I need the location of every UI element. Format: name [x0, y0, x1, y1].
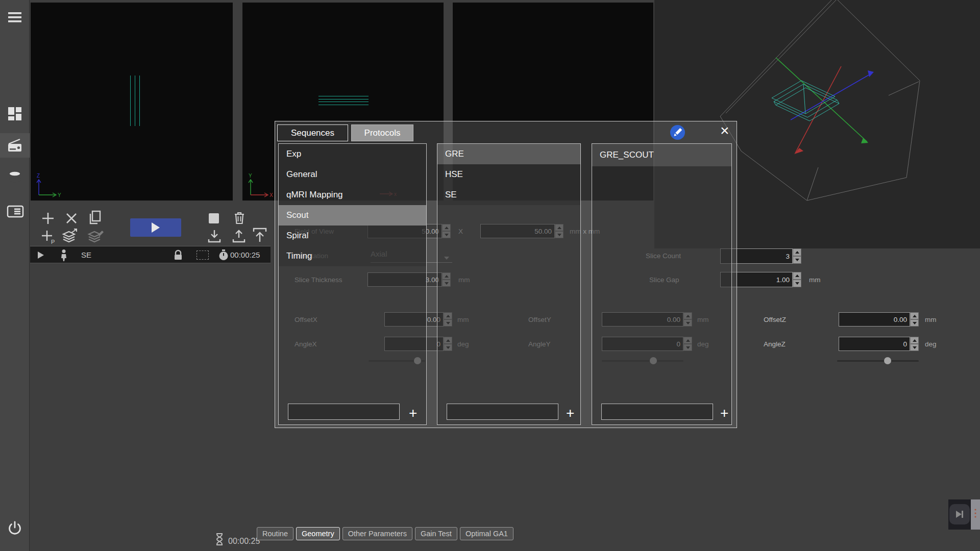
- hamburger-menu-icon[interactable]: [7, 9, 23, 26]
- database-icon[interactable]: [7, 170, 23, 186]
- offsetz-spinner[interactable]: [910, 312, 919, 327]
- protocols-dialog: Sequences Protocols × Exp General qMRI M…: [275, 121, 737, 428]
- slice-line: [318, 102, 369, 102]
- power-icon[interactable]: [7, 520, 23, 536]
- delete-icon[interactable]: [232, 210, 247, 228]
- play-icon[interactable]: [36, 251, 45, 260]
- skip-next-icon: [953, 508, 966, 520]
- svg-text:P: P: [51, 239, 55, 245]
- hourglass-icon: [215, 533, 224, 546]
- slice-line: [318, 105, 369, 105]
- anglez-spinner[interactable]: [910, 337, 919, 351]
- new-protocol-input[interactable]: [601, 404, 713, 420]
- slice-gap-unit: mm: [809, 276, 821, 284]
- axis-indicator-yx: Y X: [247, 172, 277, 203]
- list-item[interactable]: HSE: [437, 164, 580, 185]
- lock-icon: [173, 249, 183, 261]
- export-icon[interactable]: [251, 227, 268, 246]
- list-item[interactable]: Spiral: [279, 226, 426, 246]
- person-icon: [60, 249, 68, 261]
- skip-next-button[interactable]: [949, 504, 970, 524]
- sequence-category-list: Exp General qMRI Mapping Scout Spiral Ti…: [278, 143, 427, 425]
- sidebar: [0, 0, 30, 551]
- slice-line: [318, 96, 369, 96]
- download-icon[interactable]: [207, 229, 222, 246]
- sequence-row[interactable]: SE 00:00:25: [30, 246, 271, 263]
- add-protocol-icon[interactable]: P: [41, 230, 56, 247]
- axis-x-label: X: [270, 192, 273, 198]
- slice-count-spinner[interactable]: [793, 248, 801, 264]
- pencil-icon: [670, 125, 685, 140]
- axis-y-label: Y: [249, 173, 252, 179]
- protocol-list: GRE_SCOUT +: [592, 143, 732, 425]
- axis-y-label: Y: [58, 192, 61, 198]
- list-item[interactable]: GRE: [437, 144, 580, 164]
- list-item[interactable]: Timing: [279, 246, 426, 266]
- new-sequence-input[interactable]: [447, 404, 558, 420]
- sequence-list: GRE HSE SE +: [437, 143, 581, 425]
- tab-routine[interactable]: Routine: [257, 527, 293, 540]
- footer-timer: 00:00:25: [228, 537, 260, 546]
- sequence-time: 00:00:25: [230, 251, 260, 259]
- add-sequence-button[interactable]: +: [563, 406, 577, 421]
- slice-gap-spinner[interactable]: [793, 272, 801, 287]
- anglez-slider[interactable]: [837, 360, 919, 362]
- slice-line: [130, 76, 131, 126]
- footer-tabs: Routine Geometry Other Parameters Gain T…: [257, 527, 513, 540]
- add-icon[interactable]: [41, 211, 55, 228]
- anglez-input[interactable]: 0: [839, 337, 910, 351]
- offsetz-unit: mm: [925, 316, 937, 323]
- viewport-coronal[interactable]: Z Y: [31, 3, 233, 201]
- list-item[interactable]: Exp: [279, 144, 426, 164]
- offsetz-input[interactable]: 0.00: [839, 312, 910, 327]
- play-button[interactable]: [130, 218, 181, 237]
- slice-line: [135, 76, 135, 126]
- close-icon[interactable]: ×: [717, 122, 732, 139]
- stop-icon[interactable]: [208, 212, 220, 227]
- corner-widget: [948, 499, 971, 530]
- play-icon: [152, 222, 160, 233]
- remove-icon[interactable]: [64, 211, 79, 228]
- list-item[interactable]: SE: [437, 185, 580, 205]
- copy-icon[interactable]: [87, 209, 103, 228]
- layers-edit-icon[interactable]: [87, 228, 104, 247]
- slice-line: [318, 99, 369, 99]
- offsetz-label: OffsetZ: [764, 316, 786, 323]
- card-list-icon[interactable]: [7, 203, 23, 219]
- stopwatch-icon: [218, 249, 229, 261]
- list-item[interactable]: GRE_SCOUT: [592, 144, 731, 166]
- add-category-button[interactable]: +: [406, 406, 420, 421]
- new-category-input[interactable]: [288, 404, 400, 420]
- selection-box-icon[interactable]: [197, 251, 209, 260]
- upload-icon[interactable]: [231, 229, 247, 246]
- tab-sequences[interactable]: Sequences: [277, 124, 348, 141]
- anglez-unit: deg: [925, 340, 937, 348]
- layers-run-icon[interactable]: [61, 228, 79, 247]
- list-item-selected[interactable]: Scout: [279, 205, 426, 226]
- tab-gain-test[interactable]: Gain Test: [415, 527, 457, 540]
- list-item[interactable]: qMRI Mapping: [279, 185, 426, 205]
- axis-z-label: Z: [37, 173, 40, 179]
- tab-geometry[interactable]: Geometry: [296, 527, 340, 540]
- axis-indicator-zy: Z Y: [35, 172, 65, 203]
- anglez-label: AngleZ: [764, 340, 786, 348]
- dashboard-icon[interactable]: [7, 106, 23, 122]
- list-item[interactable]: General: [279, 164, 426, 185]
- side-strip[interactable]: [971, 499, 980, 530]
- edit-button[interactable]: [670, 125, 685, 140]
- slice-line: [139, 76, 140, 126]
- tab-protocols[interactable]: Protocols: [351, 124, 413, 141]
- add-protocol-button[interactable]: +: [717, 406, 731, 421]
- sequence-name: SE: [81, 251, 91, 259]
- tab-optimal-ga1[interactable]: Optimal GA1: [460, 527, 513, 540]
- tab-other-parameters[interactable]: Other Parameters: [342, 527, 412, 540]
- scanner-icon[interactable]: [7, 138, 23, 154]
